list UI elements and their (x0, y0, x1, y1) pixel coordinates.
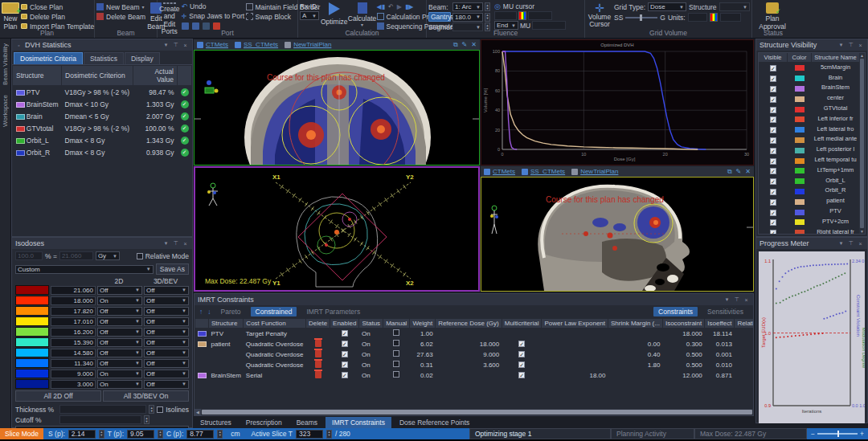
delete-plan-button[interactable]: Delete Plan (21, 12, 94, 21)
delete-constraint-icon[interactable] (315, 361, 321, 368)
all-3d-on-button[interactable]: All 3D/BEV On (103, 390, 189, 402)
units-max-field[interactable] (720, 13, 741, 22)
structure-dropdown[interactable]: ▼ (719, 2, 750, 11)
delete-beam-button[interactable]: Delete Beam (96, 12, 145, 21)
close-icon[interactable]: × (743, 297, 750, 303)
snap-jaws-button[interactable]: ✛Snap Jaws to Port (182, 12, 244, 21)
isodose-percent-field[interactable]: 100.0 (15, 251, 43, 260)
fluence-beam-spinner[interactable]: ▲▼ (485, 2, 490, 11)
isodose-3d-dropdown[interactable]: Off▼ (144, 296, 189, 305)
isodose-2d-dropdown[interactable]: On▼ (97, 380, 142, 389)
grid-colormap-icon[interactable] (710, 13, 718, 22)
dropdown-icon[interactable]: ▾ (162, 240, 170, 247)
isodose-2d-dropdown[interactable]: Off▼ (97, 349, 142, 357)
isodose-2d-dropdown[interactable]: On▼ (97, 296, 142, 305)
isodose-gy-field[interactable]: 21.060 (59, 251, 93, 260)
cutoff-spinner[interactable]: ▲▼ (144, 415, 149, 424)
c-value-field[interactable]: 8.77 (186, 430, 214, 439)
dvh-stat-row[interactable]: Orbit_RDmax < 8 Gy0.938 Gy✓ (13, 146, 192, 158)
dropdown-icon[interactable]: ▾ (837, 42, 845, 48)
tab-beam-visibility[interactable]: Beam Visibility (0, 39, 10, 90)
pin-icon[interactable]: ⊤ (847, 42, 854, 48)
step-back-icon[interactable]: ↶ (388, 3, 394, 10)
delete-constraint-icon[interactable] (315, 350, 321, 357)
imrt-constraint-row[interactable]: BrainStemSerial✓On0.02✓18.0012.0000.871 (195, 370, 754, 381)
isolines-checkbox[interactable] (157, 406, 163, 413)
dropdown-icon[interactable]: ▾ (723, 296, 731, 303)
plan-tab-SS_CTMets[interactable]: SS_CTMets (235, 41, 278, 48)
dropdown-icon[interactable]: ▾ (162, 42, 170, 48)
enabled-checkbox[interactable]: ✓ (342, 372, 348, 378)
units-min-field[interactable] (688, 13, 707, 22)
sensitivities-tab[interactable]: Sensitivities (702, 307, 748, 316)
volume-cursor-button[interactable]: ✛ Volume Cursor (587, 1, 612, 31)
manual-checkbox[interactable] (393, 329, 399, 336)
imrt-hscrollbar[interactable]: ◀ (194, 409, 753, 415)
plan-tab-NewTrialPlan[interactable]: NewTrialPlan (571, 168, 618, 175)
restore-viewport-icon[interactable]: ⧉ (453, 41, 458, 49)
dvh-stat-row[interactable]: BrainStemDmax < 10 Gy1.303 Gy✓ (13, 98, 192, 110)
structure-row[interactable]: ✓Right lateral fr (759, 227, 859, 234)
constrained-button[interactable]: Constrained (251, 307, 297, 316)
active-slice-field[interactable]: 323 (296, 430, 323, 439)
plan-tab-SS_CTMets[interactable]: SS_CTMets (522, 168, 565, 175)
delete-constraint-icon[interactable] (315, 340, 321, 347)
slice-mode-badge[interactable]: Slice Mode (0, 428, 43, 439)
isodose-2d-dropdown[interactable]: Off▼ (97, 317, 142, 326)
undo-button[interactable]: ↶Undo (182, 2, 244, 11)
isodose-3d-dropdown[interactable]: Off▼ (144, 380, 189, 389)
structure-visibility-scrollbar[interactable]: ▲ ▼ (859, 53, 865, 234)
restore-viewport-icon[interactable]: ⧉ (727, 168, 732, 176)
isodose-3d-dropdown[interactable]: Off▼ (144, 317, 189, 326)
cutoff-field[interactable] (59, 415, 141, 424)
fluence-gantry-spinner[interactable]: ▲▼ (485, 13, 490, 22)
zoom-in-icon[interactable]: + (860, 430, 864, 438)
multicriterial-checkbox[interactable]: ✓ (518, 372, 525, 378)
dvh-chart-viewport[interactable]: Optimized DVH0204060801000102030Volume [… (481, 39, 754, 165)
imrt-parameters-button[interactable]: IMRT Parameters (301, 307, 365, 316)
dropdown-icon[interactable]: ▾ (837, 240, 845, 247)
plan-approval-button[interactable]: ✓ Plan Approval (754, 1, 791, 31)
imrt-constraint-row[interactable]: patientQuadratic Overdose✓On6.0218.000✓0… (195, 339, 754, 349)
isodose-2d-dropdown[interactable]: Off▼ (97, 328, 142, 337)
dvh-tab-statistics[interactable]: Statistics (84, 52, 124, 64)
imrt-constraint-row[interactable]: Quadratic Overdose✓On27.639.000✓0.400.50… (195, 349, 754, 360)
dvh-stat-row[interactable]: Orbit_LDmax < 8 Gy1.343 Gy✓ (13, 134, 192, 146)
enabled-checkbox[interactable]: ✓ (342, 341, 348, 347)
new-plan-button[interactable]: + New Plan (2, 1, 19, 31)
dvh-stat-row[interactable]: PTVV18Gy > 98 % (-2 %)98.47 %✓ (13, 86, 192, 99)
dvh-stat-row[interactable]: BrainDmean < 5 Gy2.007 Gy✓ (13, 110, 192, 122)
pin-icon[interactable]: ⊤ (172, 240, 179, 247)
c-spinner[interactable]: ▲▼ (217, 430, 223, 439)
manual-checkbox[interactable] (393, 340, 399, 346)
edit-viewport-icon[interactable]: ✎ (462, 41, 468, 49)
bev-viewport[interactable]: X1Y2Y1X2Max Dose: 22.487 Gy (194, 166, 480, 292)
all-2d-off-button[interactable]: All 2D Off (15, 390, 101, 402)
manual-checkbox[interactable] (393, 350, 399, 357)
plan-tab-CTMets[interactable]: CTMets (197, 41, 228, 48)
close-icon[interactable]: × (857, 241, 864, 247)
multicriterial-checkbox[interactable]: ✓ (518, 341, 525, 347)
isodose-3d-dropdown[interactable]: Off▼ (144, 349, 189, 357)
dvh-tab-dosimetric-criteria[interactable]: Dosimetric Criteria (14, 52, 83, 64)
isodose-3d-dropdown[interactable]: Off▼ (144, 286, 189, 295)
pin-icon[interactable]: ⊤ (847, 240, 854, 247)
mu-cursor-label[interactable]: MU cursor (503, 2, 534, 10)
s-spinner[interactable]: ▲▼ (99, 430, 104, 439)
isodose-3d-dropdown[interactable]: Off▼ (144, 338, 189, 347)
bottom-tab-beams[interactable]: Beams (290, 417, 324, 428)
bottom-tab-imrt-constraints[interactable]: IMRT Constraints (326, 417, 391, 428)
edit-viewport-icon[interactable]: ✎ (736, 168, 742, 176)
t-spinner[interactable]: ▲▼ (158, 430, 163, 439)
manual-checkbox[interactable] (393, 371, 399, 378)
thickness-field[interactable] (59, 405, 146, 414)
fluence-beam-dropdown[interactable]: 1: Arc▼ (452, 2, 483, 11)
pin-icon[interactable]: ⊤ (172, 42, 179, 48)
skip-forward-icon[interactable]: ▮▶ (405, 3, 414, 10)
plan-tab-CTMets[interactable]: CTMets (484, 168, 515, 175)
fluence-gantry-dropdown[interactable]: 180.0▼ (452, 13, 483, 22)
thickness-spinner[interactable]: ▲▼ (149, 405, 154, 414)
expand-viewport-icon[interactable]: ✕ (745, 168, 751, 176)
visible-checkbox[interactable]: ✓ (770, 230, 776, 234)
create-edit-ports-button[interactable]: Create and Edit Ports (159, 1, 180, 31)
